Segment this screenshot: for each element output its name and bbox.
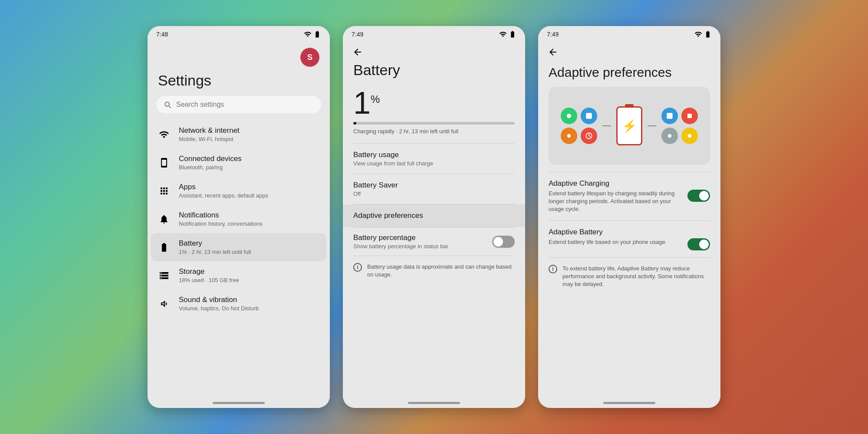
app-dot-blue-2 <box>661 108 678 124</box>
icon-row-right-bottom <box>661 128 698 144</box>
storage-text: Storage 18% used · 105 GB free <box>179 267 239 283</box>
settings-item-network[interactable]: Network & internet Mobile, Wi-Fi, hotspo… <box>151 120 326 148</box>
svg-point-2 <box>567 134 571 138</box>
apps-text: Apps Assistant, recent apps, default app… <box>179 183 268 199</box>
time-3: 7:49 <box>547 31 559 38</box>
toggle-thumb <box>493 237 503 247</box>
battery-percent: 1% <box>343 87 525 118</box>
settings-item-notifications[interactable]: Notifications Notification history, conv… <box>151 205 326 233</box>
app-dot-gray <box>661 128 678 144</box>
notifications-text: Notifications Notification history, conv… <box>179 211 263 227</box>
app-dot-orange <box>561 128 577 144</box>
adaptive-battery-desc: Extend battery life based on your phone … <box>549 238 682 246</box>
home-indicator-3 <box>538 398 720 408</box>
svg-rect-1 <box>586 113 592 118</box>
settings-screen: 7:48 S Settings <box>148 26 330 408</box>
battery-saver-title: Battery Saver <box>353 181 515 190</box>
battery-percentage-item[interactable]: Battery percentage Show battery percenta… <box>343 227 525 256</box>
battery-percentage-toggle[interactable] <box>492 236 515 248</box>
settings-item-apps[interactable]: Apps Assistant, recent apps, default app… <box>151 177 326 205</box>
settings-item-connected[interactable]: Connected devices Bluetooth, pairing <box>151 148 326 177</box>
battery-center: ⚡ <box>616 106 642 145</box>
app-dot-blue <box>581 108 597 124</box>
battery-bar-fill <box>353 122 356 125</box>
settings-content: S Settings Network & internet Mobile, Wi… <box>148 41 330 398</box>
battery-status-icon <box>313 30 321 38</box>
connector-left <box>602 125 611 126</box>
adaptive-charging-row: Extend battery lifespan by charging stea… <box>549 190 710 214</box>
battery-icon <box>158 241 170 253</box>
back-button-adaptive[interactable] <box>545 44 561 60</box>
battery-text: Battery 1% · 2 hr, 13 min left until ful… <box>179 239 251 255</box>
battery-content: Battery 1% Charging rapidly · 2 hr, 13 m… <box>343 41 525 398</box>
svg-rect-5 <box>687 114 692 118</box>
settings-item-sound[interactable]: Sound & vibration Volume, haptics, Do No… <box>151 289 326 318</box>
app-dot-green <box>561 108 577 124</box>
search-bar[interactable] <box>156 96 321 113</box>
status-bar-2: 7:49 <box>343 26 525 41</box>
avatar[interactable]: S <box>300 48 319 67</box>
battery-progress-bar <box>353 122 515 125</box>
battery-screen: 7:49 Battery 1% Charging rapidly · 2 hr,… <box>343 26 525 408</box>
battery-percentage-subtitle: Show battery percentage in status bar <box>353 243 448 250</box>
back-arrow-icon-adaptive <box>548 47 558 57</box>
app-icons-left <box>561 108 597 144</box>
settings-list: Network & internet Mobile, Wi-Fi, hotspo… <box>148 120 330 318</box>
home-bar-2 <box>408 402 460 404</box>
app-icons-right <box>661 108 698 144</box>
connector-right <box>648 125 656 126</box>
app-dot-yellow <box>681 128 698 144</box>
home-bar-3 <box>603 402 655 404</box>
battery-usage-subtitle: View usage from last full charge <box>353 160 515 167</box>
svg-point-6 <box>668 134 671 138</box>
battery-status-text: Charging rapidly · 2 hr, 13 min left unt… <box>343 126 525 143</box>
sound-icon <box>158 298 170 310</box>
app-dot-red <box>581 128 597 144</box>
network-text: Network & internet Mobile, Wi-Fi, hotspo… <box>179 126 240 142</box>
storage-icon <box>158 270 170 282</box>
illustration-inner: ⚡ <box>561 106 698 145</box>
settings-item-battery[interactable]: Battery 1% · 2 hr, 13 min left until ful… <box>151 233 326 261</box>
app-dot-red-2 <box>681 108 698 124</box>
adaptive-screen: 7:49 Adaptive preferences <box>538 26 720 408</box>
search-input[interactable] <box>176 101 314 108</box>
status-bar-3: 7:49 <box>538 26 720 41</box>
icon-row-left-bottom <box>561 128 597 144</box>
battery-saver-item[interactable]: Battery Saver Off <box>343 174 525 204</box>
adaptive-content: Adaptive preferences <box>538 41 720 398</box>
percent-number: 1 <box>353 85 371 120</box>
time-2: 7:49 <box>352 31 363 38</box>
battery-usage-item[interactable]: Battery usage View usage from last full … <box>343 144 525 174</box>
bell-icon <box>158 213 170 225</box>
svg-point-0 <box>567 114 571 118</box>
adaptive-battery-toggle[interactable] <box>687 238 710 250</box>
battery-info-section: i Battery usage data is approximate and … <box>343 256 525 286</box>
svg-rect-4 <box>667 113 672 118</box>
connected-text: Connected devices Bluetooth, pairing <box>179 155 242 171</box>
adaptive-charging-desc: Extend battery lifespan by charging stea… <box>549 190 682 214</box>
adaptive-battery-setting: Adaptive Battery Extend battery life bas… <box>538 221 720 257</box>
battery-percentage-text: Battery percentage Show battery percenta… <box>353 233 448 250</box>
apps-icon <box>158 185 170 197</box>
battery-page-title: Battery <box>343 62 525 79</box>
adaptive-charging-toggle[interactable] <box>687 190 710 202</box>
wifi-status-icon-3 <box>694 30 702 38</box>
adaptive-preferences-title: Adaptive preferences <box>353 211 515 220</box>
adaptive-battery-thumb <box>699 240 709 249</box>
status-icons-1 <box>304 30 321 38</box>
battery-status-icon-2 <box>509 30 516 38</box>
icon-row-left-top <box>561 108 597 124</box>
settings-item-storage[interactable]: Storage 18% used · 105 GB free <box>151 261 326 289</box>
adaptive-info-text: To extend battery life, Adaptive Battery… <box>562 265 710 289</box>
search-icon <box>163 100 172 109</box>
adaptive-charging-thumb <box>699 191 709 201</box>
adaptive-preferences-item[interactable]: Adaptive preferences <box>343 204 525 227</box>
time-1: 7:48 <box>156 31 168 38</box>
home-bar-1 <box>213 402 265 404</box>
adaptive-battery-row: Extend battery life based on your phone … <box>549 238 710 250</box>
battery-percentage-title: Battery percentage <box>353 233 448 242</box>
battery-usage-title: Battery usage <box>353 151 515 159</box>
network-icon <box>158 128 170 141</box>
back-button-battery[interactable] <box>350 44 365 60</box>
battery-saver-subtitle: Off <box>353 191 515 197</box>
